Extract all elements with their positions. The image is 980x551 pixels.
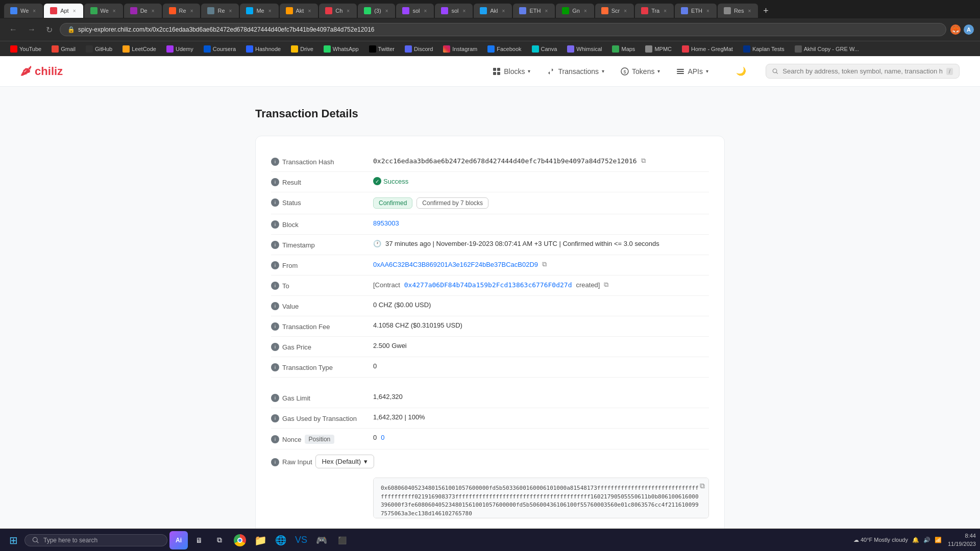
fee-text: 4.1058 CHZ ($0.310195 USD) xyxy=(373,321,462,329)
tab-apt[interactable]: Apt× xyxy=(44,4,83,18)
tx-hash-value: 0x2cc16edaa3bd6ae6b2472ed678d427444d40ef… xyxy=(373,157,637,165)
label-gas-price: i Gas Price xyxy=(271,342,373,351)
back-button[interactable]: ← xyxy=(6,23,20,36)
tab-sol-1[interactable]: sol× xyxy=(396,4,434,18)
tab-gn[interactable]: Gn× xyxy=(556,4,594,18)
search-bar[interactable]: / xyxy=(766,64,960,79)
nonce-position-value: 0 xyxy=(381,434,384,441)
bookmark-mpmc[interactable]: MPMC xyxy=(641,44,676,54)
new-tab-button[interactable]: + xyxy=(759,6,773,16)
logo[interactable]: 🌶 chiliz xyxy=(20,65,63,78)
tab-akt[interactable]: Akt× xyxy=(280,4,318,18)
tab-sol-2[interactable]: sol× xyxy=(435,4,473,18)
nav-blocks[interactable]: Blocks ▾ xyxy=(484,63,538,80)
tab-de[interactable]: De× xyxy=(124,4,162,18)
bookmark-hashnode[interactable]: Hashnode xyxy=(242,44,285,54)
label-block: i Block xyxy=(271,219,373,229)
dark-mode-toggle[interactable]: 🌙 xyxy=(733,63,749,79)
tab-me[interactable]: Me× xyxy=(240,4,278,18)
tab-akl[interactable]: Akl× xyxy=(474,4,512,18)
row-raw-input: i Raw Input Hex (Default) ▾ 0x6080604052… xyxy=(271,449,709,523)
profile-icon[interactable]: A xyxy=(964,24,974,35)
taskbar-network[interactable]: 📶 xyxy=(935,537,942,543)
value-nonce: 0 0 xyxy=(373,434,709,441)
taskbar-cortana[interactable]: 🖥 xyxy=(191,532,207,548)
from-address-link[interactable]: 0xAA6C32B4C3B869201A3e162F24bBe37BCacB02… xyxy=(373,261,538,268)
bookmark-instagram[interactable]: Instagram xyxy=(439,44,481,54)
value-transaction-type: 0 xyxy=(373,362,709,370)
copy-raw-input-button[interactable]: ⧉ xyxy=(700,482,705,490)
tab-ch[interactable]: Ch× xyxy=(319,4,357,18)
row-transaction-hash: i Transaction Hash 0x2cc16edaa3bd6ae6b24… xyxy=(271,152,709,172)
tab-we-1[interactable]: We× xyxy=(4,4,43,18)
row-to: i To [Contract 0x4277a06DF84b74Da159b2Fc… xyxy=(271,276,709,296)
taskbar-explorer[interactable]: 📁 xyxy=(252,532,268,548)
nav-apis[interactable]: APIs ▾ xyxy=(668,63,717,80)
nav-tokens[interactable]: $ Tokens ▾ xyxy=(612,63,668,80)
taskbar-chrome[interactable] xyxy=(232,532,248,548)
bookmark-canva[interactable]: Canva xyxy=(528,44,561,54)
taskbar-time[interactable]: 8:44 11/19/2023 xyxy=(948,532,976,548)
taskbar-xbox[interactable]: 🎮 xyxy=(313,532,330,548)
confirmed-by-blocks-badge: Confirmed by 7 blocks xyxy=(416,197,488,209)
nav-icons: 🦊 A xyxy=(950,24,974,35)
bookmark-drive[interactable]: Drive xyxy=(287,44,317,54)
raw-input-format-dropdown[interactable]: Hex (Default) ▾ xyxy=(315,455,375,468)
block-link[interactable]: 8953003 xyxy=(373,219,399,227)
tab-we-2[interactable]: We× xyxy=(84,4,123,18)
bookmark-udemy[interactable]: Udemy xyxy=(162,44,198,54)
value-gas-used: 1,642,320 | 100% xyxy=(373,413,709,421)
bookmark-leetcode[interactable]: LeetCode xyxy=(118,44,160,54)
url-bar[interactable]: 🔒 spicy-explorer.chiliz.com/tx/0x2cc16ed… xyxy=(60,23,946,36)
taskbar-terminal[interactable]: ⬛ xyxy=(334,532,350,548)
tab-re-1[interactable]: Re× xyxy=(163,4,201,18)
search-icon xyxy=(772,68,778,75)
blocks-chevron: ▾ xyxy=(528,68,530,74)
tab-res[interactable]: Res× xyxy=(718,4,758,18)
forward-button[interactable]: → xyxy=(24,23,39,36)
info-icon-from: i xyxy=(271,261,279,269)
svg-line-12 xyxy=(37,541,39,543)
tab-eth-1[interactable]: ETH× xyxy=(513,4,555,18)
taskbar-volume[interactable]: 🔊 xyxy=(923,537,930,543)
position-badge: Position xyxy=(305,435,335,444)
reload-button[interactable]: ↻ xyxy=(43,23,56,37)
bookmark-coursera[interactable]: Coursera xyxy=(200,44,240,54)
label-transaction-type: i Transaction Type xyxy=(271,362,373,371)
nav-transactions[interactable]: Transactions ▾ xyxy=(538,63,612,80)
row-transaction-fee: i Transaction Fee 4.1058 CHZ ($0.310195 … xyxy=(271,316,709,337)
tab-tra[interactable]: Tra× xyxy=(635,4,674,18)
search-input[interactable] xyxy=(782,67,942,75)
bookmark-akhil[interactable]: Akhil Copy - GRE W... xyxy=(791,44,863,54)
tab-scr[interactable]: Scr× xyxy=(595,4,634,18)
label-gas-limit: i Gas Limit xyxy=(271,393,373,402)
copy-from-button[interactable]: ⧉ xyxy=(542,260,547,268)
bookmark-whatsapp[interactable]: WhatsApp xyxy=(320,44,363,54)
bookmark-gmail[interactable]: Gmail xyxy=(47,44,80,54)
bookmark-twitter[interactable]: Twitter xyxy=(365,44,399,54)
taskbar-search[interactable]: Type here to search xyxy=(24,534,167,546)
extensions-icon[interactable]: 🦊 xyxy=(950,24,961,35)
bookmark-whimsical[interactable]: Whimsical xyxy=(563,44,606,54)
taskbar-task-view[interactable]: ⧉ xyxy=(211,532,228,548)
nav-blocks-label: Blocks xyxy=(504,67,525,76)
bookmark-home-gregmat[interactable]: Home - GregMat xyxy=(678,44,737,54)
tab-eth-2[interactable]: ETH× xyxy=(675,4,717,18)
taskbar-edge[interactable]: 🌐 xyxy=(273,532,289,548)
copy-hash-button[interactable]: ⧉ xyxy=(641,157,646,165)
taskbar-notification[interactable]: 🔔 xyxy=(912,537,919,543)
to-contract-link[interactable]: 0x4277a06DF84b74Da159b2Fcd13863c6776F0d2… xyxy=(404,281,572,289)
bookmark-kaplan[interactable]: Kaplan Tests xyxy=(739,44,789,54)
bookmark-maps[interactable]: Maps xyxy=(608,44,639,54)
copy-to-button[interactable]: ⧉ xyxy=(604,281,608,289)
bookmark-github[interactable]: GitHub xyxy=(82,44,116,54)
start-button[interactable]: ⊞ xyxy=(4,531,22,549)
ai-button[interactable]: Ai xyxy=(169,531,188,549)
tab-re-2[interactable]: Re× xyxy=(201,4,239,18)
tab-3[interactable]: (3)× xyxy=(358,4,395,18)
bookmark-discord[interactable]: Discord xyxy=(401,44,437,54)
bookmark-facebook[interactable]: Facebook xyxy=(483,44,525,54)
value-gas-price: 2.500 Gwei xyxy=(373,342,709,349)
bookmark-youtube[interactable]: YouTube xyxy=(6,44,45,54)
taskbar-vs[interactable]: VS xyxy=(293,532,309,548)
